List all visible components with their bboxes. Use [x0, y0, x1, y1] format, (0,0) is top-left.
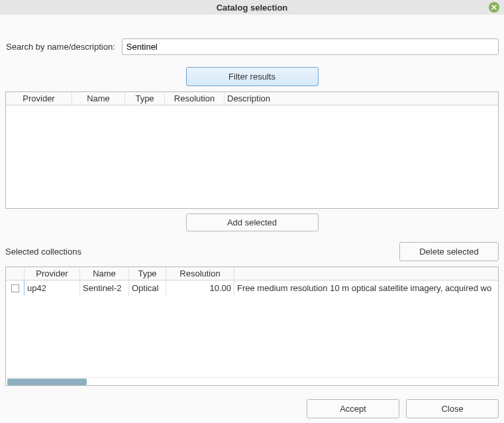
checkbox-icon[interactable]: [11, 284, 19, 292]
selected-header-resolution[interactable]: Resolution: [166, 267, 234, 280]
row-description: Free medium resolution 10 m optical sate…: [234, 280, 498, 296]
table-row[interactable]: up42 Sentinel-2 Optical 10.00 Free mediu…: [6, 280, 498, 296]
filter-row: Filter results: [5, 67, 499, 86]
window-close-button[interactable]: [489, 2, 499, 13]
search-row: Search by name/description:: [5, 38, 499, 55]
search-label: Search by name/description:: [5, 42, 115, 52]
results-grid-header: Provider Name Type Resolution Descriptio…: [6, 92, 498, 105]
search-input[interactable]: [122, 38, 499, 55]
selected-header-checkbox[interactable]: [6, 267, 25, 280]
close-button[interactable]: Close: [406, 399, 499, 418]
window-titlebar: Catalog selection: [0, 0, 504, 15]
delete-selected-button[interactable]: Delete selected: [399, 242, 499, 261]
dialog-button-row: Accept Close: [5, 399, 499, 418]
row-name: Sentinel-2: [80, 280, 129, 296]
window-title: Catalog selection: [217, 3, 288, 13]
selected-header-name[interactable]: Name: [80, 267, 129, 280]
results-header-resolution[interactable]: Resolution: [165, 92, 225, 105]
row-provider: up42: [25, 280, 80, 296]
row-resolution: 10.00: [166, 280, 234, 296]
results-grid-body: [6, 105, 498, 208]
selected-grid[interactable]: Provider Name Type Resolution up42 Senti…: [5, 267, 499, 386]
results-header-type[interactable]: Type: [125, 92, 165, 105]
selected-grid-header: Provider Name Type Resolution: [6, 267, 498, 280]
dialog-content: Search by name/description: Filter resul…: [0, 15, 504, 423]
results-header-description[interactable]: Description: [225, 92, 498, 105]
scrollbar-thumb[interactable]: [7, 379, 87, 385]
results-header-provider[interactable]: Provider: [6, 92, 72, 105]
results-header-name[interactable]: Name: [72, 92, 125, 105]
selected-header-type[interactable]: Type: [129, 267, 166, 280]
selected-header-row: Selected collections Delete selected: [5, 242, 499, 261]
filter-results-button[interactable]: Filter results: [186, 67, 319, 86]
accept-button[interactable]: Accept: [307, 399, 399, 418]
add-selected-button[interactable]: Add selected: [186, 213, 319, 231]
close-icon: [491, 4, 497, 11]
selected-header-provider[interactable]: Provider: [25, 267, 80, 280]
selected-collections-label: Selected collections: [5, 247, 81, 257]
row-type: Optical: [129, 280, 166, 296]
row-checkbox-cell[interactable]: [6, 280, 25, 296]
selected-grid-body: up42 Sentinel-2 Optical 10.00 Free mediu…: [6, 280, 498, 377]
selected-header-description[interactable]: [234, 267, 498, 280]
results-grid[interactable]: Provider Name Type Resolution Descriptio…: [5, 91, 499, 209]
add-selected-row: Add selected: [5, 213, 499, 231]
selected-grid-scrollbar[interactable]: [6, 377, 498, 385]
